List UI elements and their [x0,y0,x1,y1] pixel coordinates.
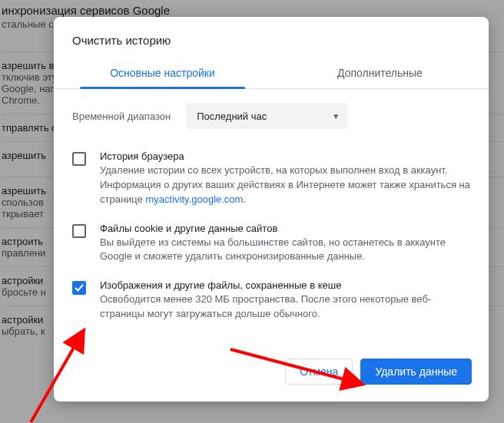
tab-basic[interactable]: Основные настройки [54,61,271,88]
clear-history-dialog: Очистить историю Основные настройки Допо… [54,17,489,402]
checkbox-browsing-history[interactable] [72,152,86,166]
time-range-label: Временной диапазон [72,111,171,122]
option-desc: Вы выйдете из системы на большинстве сай… [100,236,470,265]
checkbox-cache[interactable] [72,281,86,295]
caret-down-icon: ▼ [332,112,340,121]
option-title: История браузера [100,150,470,162]
option-title: Изображения и другие файлы, сохраненные … [100,279,470,291]
time-range-value: Последний час [197,111,267,122]
tab-advanced[interactable]: Дополнительные [271,61,489,88]
time-range-select[interactable]: Последний час ▼ [186,103,347,129]
myactivity-link[interactable]: myactivity.google.com [146,193,244,205]
dialog-tabs: Основные настройки Дополнительные [54,61,489,89]
options-list: История браузера Удаление истории со все… [54,137,489,346]
option-title: Файлы cookie и другие данные сайтов [100,223,470,234]
option-browsing-history: История браузера Удаление истории со все… [72,143,470,215]
option-cookies: Файлы cookie и другие данные сайтов Вы в… [72,215,470,273]
cancel-button[interactable]: Отмена [285,359,353,385]
time-range-row: Временной диапазон Последний час ▼ [54,89,489,137]
dialog-footer: Отмена Удалить данные [54,346,489,402]
confirm-button[interactable]: Удалить данные [360,359,472,385]
option-cache: Изображения и другие файлы, сохраненные … [72,272,470,329]
dialog-title: Очистить историю [54,17,489,61]
option-desc: Освободится менее 320 МБ пространства. П… [100,292,470,322]
checkbox-cookies[interactable] [72,224,86,238]
option-desc: Удаление истории со всех устройств, на к… [100,164,470,207]
